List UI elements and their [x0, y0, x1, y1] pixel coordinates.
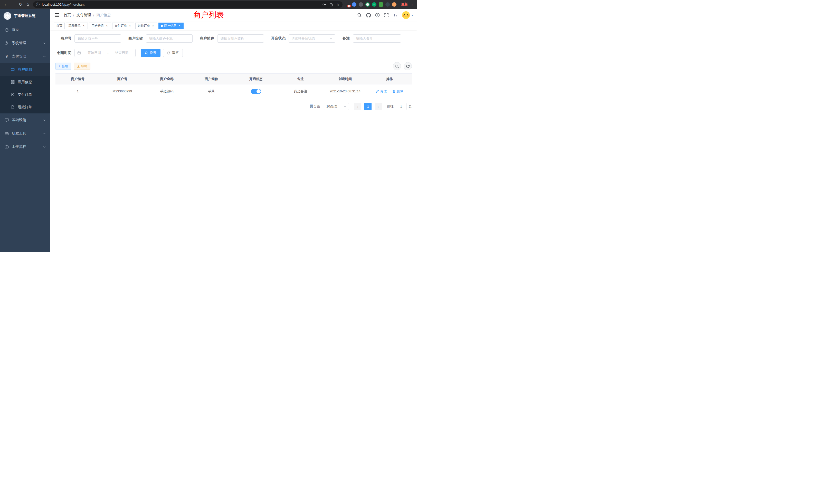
tab-refund-order[interactable]: 退款订单 × [135, 23, 157, 29]
tab-merchant-info[interactable]: 商户信息 × [158, 23, 183, 29]
sidebar-item-label: 商户信息 [18, 67, 32, 72]
browser-back-icon[interactable]: ← [3, 1, 10, 8]
cell-remark: 我是备注 [278, 85, 323, 98]
prev-page-button[interactable]: ‹ [354, 103, 361, 110]
extension-icon[interactable] [366, 2, 370, 7]
share-icon[interactable] [329, 3, 333, 6]
sidebar-item-refund-order[interactable]: 退款订单 [0, 101, 50, 113]
edit-link[interactable]: 修改 [376, 89, 387, 94]
tab-label: 首页 [56, 24, 62, 28]
filter-label-status: 开启状态 [271, 36, 286, 41]
github-icon[interactable] [366, 13, 371, 18]
sidebar-item-dev-tools[interactable]: 研发工具 [0, 127, 50, 140]
tab-pay-order[interactable]: 支付订单 × [112, 23, 134, 29]
calendar-icon [77, 51, 81, 55]
create-time-range-picker[interactable]: 开始日期 - 结束日期 [74, 49, 136, 57]
page-size-select[interactable]: 10条/页 [324, 103, 349, 110]
start-date-placeholder: 开始日期 [83, 50, 105, 55]
cell-merchant-id: 1 [56, 85, 100, 98]
bookmark-star-icon[interactable]: ☆ [336, 2, 339, 6]
help-icon[interactable]: ? [375, 13, 380, 18]
breadcrumb-current: 商户信息 [96, 13, 111, 18]
tab-home[interactable]: 首页 [54, 23, 65, 29]
tab-label: 退款订单 [138, 24, 150, 28]
reset-button-label: 重置 [172, 50, 179, 55]
sidebar-item-workflow[interactable]: 工作流程 [0, 140, 50, 154]
merchant-no-input[interactable] [74, 35, 121, 43]
merchant-full-name-input[interactable] [146, 35, 193, 43]
tab-process-form[interactable]: 流程表单 × [66, 23, 88, 29]
sidebar-item-label: 基础设施 [12, 118, 26, 122]
col-status: 开启状态 [234, 74, 278, 85]
sidebar-item-label: 退款订单 [18, 105, 32, 110]
extension-icon[interactable] [352, 2, 356, 7]
font-size-icon[interactable]: TT [393, 13, 398, 18]
chevron-down-icon [344, 105, 346, 108]
close-icon[interactable]: × [105, 24, 109, 28]
goto-unit-label: 页 [409, 104, 412, 109]
extension-icon[interactable]: ✓ [372, 2, 376, 7]
password-key-icon[interactable] [322, 3, 326, 6]
chevron-down-icon [43, 145, 46, 148]
next-page-button[interactable]: › [375, 103, 382, 110]
extension-puzzle-icon[interactable]: 10 [345, 2, 350, 7]
end-date-placeholder: 结束日期 [111, 50, 133, 55]
address-bar[interactable]: i localhost:1024/pay/merchant ☆ [33, 1, 343, 8]
header-search-icon[interactable] [357, 13, 362, 18]
merchant-short-name-input[interactable] [217, 35, 264, 43]
breadcrumb-home[interactable]: 首页 [64, 13, 71, 18]
close-icon[interactable]: × [128, 24, 132, 28]
page-size-value: 10条/页 [326, 104, 338, 109]
export-button[interactable]: 导出 [74, 63, 90, 70]
page-1-button[interactable]: 1 [364, 103, 372, 110]
sidebar-item-pay-order[interactable]: 支付订单 [0, 88, 50, 101]
site-info-icon[interactable]: i [36, 3, 40, 6]
user-menu[interactable]: ▾ [402, 11, 413, 19]
status-toggle[interactable] [251, 89, 261, 94]
app-logo[interactable]: 芋道管理系统 [0, 9, 50, 23]
remark-input[interactable] [353, 35, 401, 43]
sidebar-item-merchant-info[interactable]: 商户信息 [0, 63, 50, 76]
browser-home-icon[interactable]: ⌂ [24, 1, 31, 8]
search-button[interactable]: 搜索 [141, 49, 160, 57]
extension-icon[interactable] [379, 2, 383, 7]
close-icon[interactable]: × [82, 24, 86, 28]
col-actions: 操作 [368, 74, 412, 85]
sidebar-toggle-icon[interactable] [54, 13, 60, 18]
chevron-down-icon [330, 37, 332, 40]
close-icon[interactable]: × [178, 24, 181, 28]
filter-label-create-time: 创建时间 [56, 50, 71, 55]
extension-icon[interactable] [386, 2, 390, 7]
sidebar-item-app-info[interactable]: 应用信息 [0, 76, 50, 88]
col-merchant-id: 商户编号 [56, 74, 100, 85]
sidebar-item-label: 系统管理 [12, 41, 26, 45]
sidebar-item-infrastructure[interactable]: 基础设施 [0, 113, 50, 127]
add-button[interactable]: + 新增 [56, 63, 71, 70]
refresh-table-button[interactable] [404, 62, 412, 70]
reset-button[interactable]: 重置 [163, 49, 183, 57]
table-row: 1 M233666999 芋道源码 芋艿 我是备注 2021-10-23 08:… [56, 85, 412, 98]
status-select[interactable]: 请选择开启状态 [289, 35, 335, 43]
extension-icon[interactable] [359, 2, 363, 7]
delete-link[interactable]: 删除 [392, 89, 403, 94]
tab-user-group[interactable]: 用户分组 × [89, 23, 111, 29]
fullscreen-icon[interactable] [384, 13, 389, 18]
toggle-search-button[interactable] [393, 62, 401, 70]
total-prefix: 共 [310, 105, 313, 108]
close-icon[interactable]: × [151, 24, 155, 28]
plus-icon: + [59, 65, 61, 68]
chrome-update-button[interactable]: 更新 [401, 2, 408, 7]
browser-forward-icon[interactable]: → [10, 1, 17, 8]
sidebar-item-system[interactable]: 系统管理 [0, 37, 50, 50]
active-dot [161, 25, 163, 27]
goto-page-input[interactable] [396, 103, 407, 110]
download-icon [77, 65, 80, 68]
sidebar-item-payment[interactable]: ¥ 支付管理 [0, 50, 50, 63]
browser-menu-icon[interactable]: ⋮ [410, 2, 414, 7]
col-full-name: 商户全称 [145, 74, 189, 85]
sidebar-item-home[interactable]: 首页 [0, 23, 50, 37]
app-title: 芋道管理系统 [14, 14, 36, 18]
profile-avatar-icon[interactable] [392, 2, 396, 7]
browser-reload-icon[interactable]: ↻ [17, 1, 24, 8]
top-navbar: 首页 / 支付管理 / 商户信息 ? [50, 9, 417, 22]
